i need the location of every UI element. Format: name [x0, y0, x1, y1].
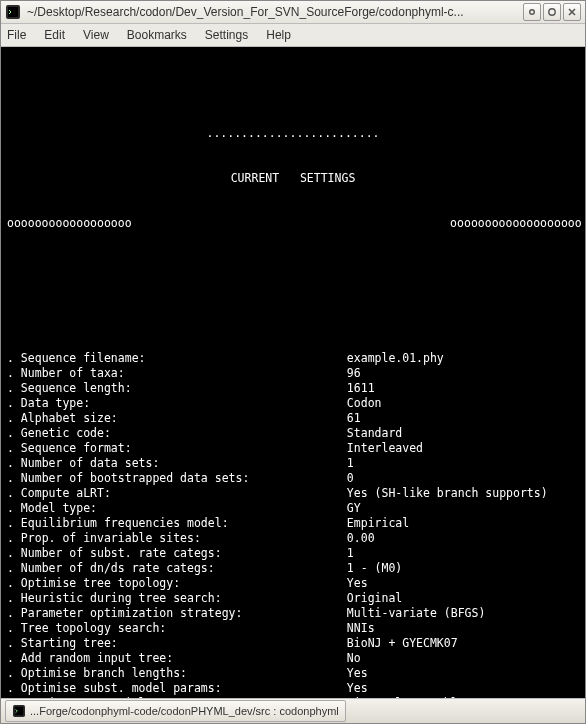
setting-key: Number of bootstrapped data sets: — [21, 471, 347, 486]
svg-point-2 — [530, 10, 535, 15]
setting-row: . Sequence length:1611 — [7, 381, 579, 396]
setting-row: . Alphabet size:61 — [7, 411, 579, 426]
setting-row: . Sequence filename:example.01.phy — [7, 351, 579, 366]
menubar: File Edit View Bookmarks Settings Help — [1, 24, 585, 47]
setting-value: BioNJ + GYECMK07 — [347, 636, 579, 651]
setting-key: Sequence filename: — [21, 351, 347, 366]
setting-key: Optimise branch lengths: — [21, 666, 347, 681]
setting-value: 1 — [347, 546, 579, 561]
setting-row: . Equilibrium frequencies model:Empirica… — [7, 516, 579, 531]
setting-key: Genetic code: — [21, 426, 347, 441]
setting-key: Sequence format: — [21, 441, 347, 456]
setting-row: . Heuristic during tree search:Original — [7, 591, 579, 606]
setting-row: . Number of taxa:96 — [7, 366, 579, 381]
app-window: ~/Desktop/Research/codon/Dev_Version_For… — [0, 0, 586, 724]
minimize-button[interactable] — [523, 3, 541, 21]
setting-value: Yes — [347, 666, 579, 681]
setting-key: Compute aLRT: — [21, 486, 347, 501]
taskbar-label: ...Forge/codonphyml-code/codonPHYML_dev/… — [30, 705, 339, 717]
setting-key: Equilibrium frequencies model: — [21, 516, 347, 531]
setting-key: Optimise subst. model params: — [21, 681, 347, 696]
titlebar[interactable]: ~/Desktop/Research/codon/Dev_Version_For… — [1, 1, 585, 24]
close-button[interactable] — [563, 3, 581, 21]
terminal-icon — [5, 4, 21, 20]
setting-row: . Optimise subst. model params:Yes — [7, 681, 579, 696]
setting-row: . Compute aLRT:Yes (SH-like branch suppo… — [7, 486, 579, 501]
svg-rect-1 — [8, 7, 18, 17]
setting-key: Number of subst. rate categs: — [21, 546, 347, 561]
setting-row: . Optimise branch lengths:Yes — [7, 666, 579, 681]
svg-rect-5 — [15, 707, 24, 716]
taskbar-button[interactable]: ...Forge/codonphyml-code/codonPHYML_dev/… — [5, 700, 346, 722]
setting-key: Prop. of invariable sites: — [21, 531, 347, 546]
setting-row: . Genetic code:Standard — [7, 426, 579, 441]
maximize-button[interactable] — [543, 3, 561, 21]
setting-row: . Number of dn/ds rate categs:1 - (M0) — [7, 561, 579, 576]
setting-value: 1611 — [347, 381, 579, 396]
setting-value: Yes — [347, 576, 579, 591]
setting-row: . Optimise tree topology:Yes — [7, 576, 579, 591]
setting-value: Multi-variate (BFGS) — [347, 606, 579, 621]
menu-bookmarks[interactable]: Bookmarks — [127, 28, 187, 42]
setting-key: Number of taxa: — [21, 366, 347, 381]
setting-value: Eigenvalue problem — [347, 696, 579, 698]
header-title: CURRENT SETTINGS — [7, 171, 579, 186]
setting-row: . Tree topology search:NNIs — [7, 621, 579, 636]
setting-key: Starting tree: — [21, 636, 347, 651]
menu-file[interactable]: File — [7, 28, 26, 42]
menu-view[interactable]: View — [83, 28, 109, 42]
window-controls — [523, 3, 581, 21]
setting-value: Original — [347, 591, 579, 606]
setting-row: . Add random input tree:No — [7, 651, 579, 666]
setting-row: . Sequence format:Interleaved — [7, 441, 579, 456]
svg-point-3 — [549, 9, 555, 15]
setting-key: Optimise tree topology: — [21, 576, 347, 591]
setting-key: Matrix exponential: — [21, 696, 347, 698]
setting-key: Alphabet size: — [21, 411, 347, 426]
setting-key: Model type: — [21, 501, 347, 516]
setting-value: 0.00 — [347, 531, 579, 546]
setting-row: . Prop. of invariable sites:0.00 — [7, 531, 579, 546]
setting-value: Codon — [347, 396, 579, 411]
setting-value: Standard — [347, 426, 579, 441]
setting-value: Empirical — [347, 516, 579, 531]
header-ruler: oooooooooooooooooo ooooooooooooooooooo — [7, 216, 579, 231]
setting-key: Tree topology search: — [21, 621, 347, 636]
setting-row: . Starting tree:BioNJ + GYECMK07 — [7, 636, 579, 651]
menu-edit[interactable]: Edit — [44, 28, 65, 42]
setting-value: 1 - (M0) — [347, 561, 579, 576]
setting-value: Yes — [347, 681, 579, 696]
setting-value: NNIs — [347, 621, 579, 636]
setting-key: Add random input tree: — [21, 651, 347, 666]
setting-key: Parameter optimization strategy: — [21, 606, 347, 621]
setting-value: No — [347, 651, 579, 666]
setting-row: . Number of data sets:1 — [7, 456, 579, 471]
terminal-area[interactable]: ......................... CURRENT SETTIN… — [1, 47, 585, 698]
setting-key: Number of dn/ds rate categs: — [21, 561, 347, 576]
setting-value: example.01.phy — [347, 351, 579, 366]
setting-key: Number of data sets: — [21, 456, 347, 471]
setting-value: GY — [347, 501, 579, 516]
setting-value: Interleaved — [347, 441, 579, 456]
menu-settings[interactable]: Settings — [205, 28, 248, 42]
menu-help[interactable]: Help — [266, 28, 291, 42]
setting-row: . Parameter optimization strategy:Multi-… — [7, 606, 579, 621]
setting-value: Yes (SH-like branch supports) — [347, 486, 579, 501]
setting-key: Heuristic during tree search: — [21, 591, 347, 606]
setting-key: Sequence length: — [21, 381, 347, 396]
setting-key: Data type: — [21, 396, 347, 411]
setting-value: 96 — [347, 366, 579, 381]
header-dots: ......................... — [7, 126, 579, 141]
setting-value: 1 — [347, 456, 579, 471]
setting-row: . Number of subst. rate categs:1 — [7, 546, 579, 561]
setting-row: . Data type:Codon — [7, 396, 579, 411]
setting-value: 61 — [347, 411, 579, 426]
setting-value: 0 — [347, 471, 579, 486]
terminal-icon — [12, 704, 26, 718]
taskbar: ...Forge/codonphyml-code/codonPHYML_dev/… — [1, 698, 585, 723]
setting-row: . Number of bootstrapped data sets:0 — [7, 471, 579, 486]
setting-row: . Model type:GY — [7, 501, 579, 516]
window-title: ~/Desktop/Research/codon/Dev_Version_For… — [27, 5, 523, 19]
setting-row: . Matrix exponential:Eigenvalue problem — [7, 696, 579, 698]
